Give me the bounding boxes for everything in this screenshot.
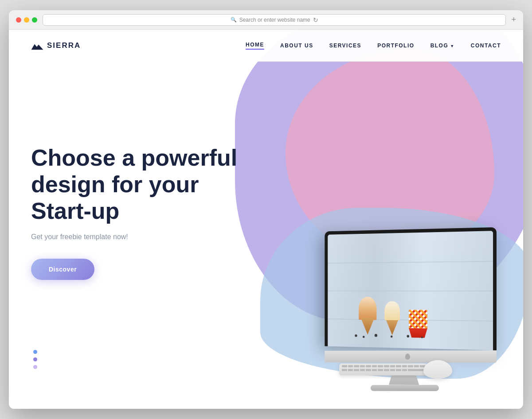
keyboard xyxy=(339,364,428,376)
search-icon: 🔍 xyxy=(231,17,237,23)
browser-window: 🔍 Search or enter website name ↻ + xyxy=(9,10,523,409)
address-text: Search or enter website name xyxy=(239,17,310,23)
discover-button[interactable]: Discover xyxy=(31,259,94,280)
logo-text: SIERRA xyxy=(47,41,81,50)
screen-image xyxy=(328,231,493,350)
dot-1[interactable] xyxy=(33,350,37,354)
imac-screen-outer xyxy=(325,227,497,350)
imac-chin xyxy=(325,350,497,363)
website-content: Choose a powerful design for your Start-… xyxy=(9,30,523,409)
browser-chrome: 🔍 Search or enter website name ↻ + xyxy=(9,10,523,30)
imac-mockup xyxy=(297,227,510,391)
nav-link-portfolio[interactable]: PORTFOLIO xyxy=(377,43,415,49)
logo-mountain-icon xyxy=(31,41,43,50)
mouse xyxy=(423,360,452,379)
navbar: SIERRA HOME ABOUT US SERVICES PORTFOLIO … xyxy=(9,30,523,62)
nav-link-home[interactable]: HOME xyxy=(246,42,264,50)
logo[interactable]: SIERRA xyxy=(31,41,81,50)
dot-3[interactable] xyxy=(33,365,37,369)
address-bar[interactable]: 🔍 Search or enter website name ↻ xyxy=(43,14,506,26)
hero-title: Choose a powerful design for your Start-… xyxy=(31,145,262,224)
nav-link-services[interactable]: SERVICES xyxy=(329,43,361,49)
traffic-lights xyxy=(16,17,37,23)
hero-content: Choose a powerful design for your Start-… xyxy=(31,145,262,280)
maximize-button[interactable] xyxy=(32,17,37,23)
hero-section: Choose a powerful design for your Start-… xyxy=(9,30,523,409)
nav-link-contact[interactable]: CONTACT xyxy=(471,43,501,49)
new-tab-button[interactable]: + xyxy=(511,15,516,24)
hero-subtitle: Get your freebie template now! xyxy=(31,233,262,241)
nav-links: HOME ABOUT US SERVICES PORTFOLIO BLOG ▼ … xyxy=(246,42,501,50)
chevron-down-icon: ▼ xyxy=(450,44,454,48)
nav-link-about[interactable]: ABOUT US xyxy=(280,43,313,49)
slide-dots xyxy=(33,350,37,369)
imac-screen-inner xyxy=(328,231,493,350)
close-button[interactable] xyxy=(16,17,21,23)
apple-logo-icon xyxy=(405,353,410,360)
dot-2[interactable] xyxy=(33,357,37,361)
minimize-button[interactable] xyxy=(24,17,29,23)
nav-link-blog[interactable]: BLOG ▼ xyxy=(430,43,455,49)
refresh-icon[interactable]: ↻ xyxy=(313,16,318,23)
imac-base xyxy=(371,385,439,391)
